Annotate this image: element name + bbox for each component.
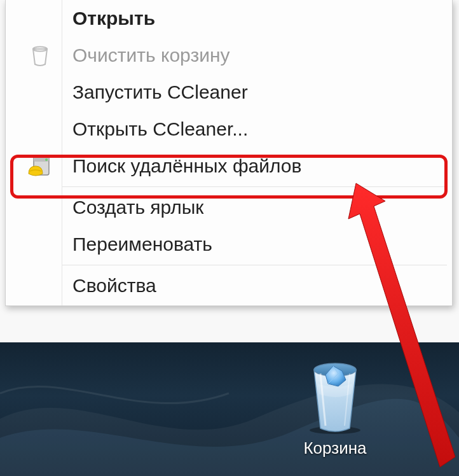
menu-item-properties[interactable]: Свойства	[6, 267, 452, 304]
menu-item-label: Открыть	[72, 8, 155, 29]
desktop-icon-recycle-bin[interactable]: Корзина	[281, 352, 389, 458]
menu-item-label: Свойства	[72, 275, 156, 297]
menu-item-label: Поиск удалённых файлов	[72, 155, 301, 177]
recycle-bin-icon	[24, 39, 57, 72]
svg-point-5	[45, 158, 48, 161]
menu-item-open[interactable]: Открыть	[6, 0, 452, 37]
menu-item-empty-recycle-bin[interactable]: Очистить корзину	[6, 37, 452, 74]
context-menu: Открыть Очистить корзину Запустить CClea…	[5, 0, 453, 306]
menu-item-label: Переименовать	[72, 234, 212, 255]
recycle-bin-icon	[300, 352, 370, 435]
menu-item-search-deleted-files[interactable]: Поиск удалённых файлов	[6, 148, 452, 185]
menu-separator	[62, 265, 447, 265]
menu-item-create-shortcut[interactable]: Создать ярлык	[6, 189, 452, 226]
desktop-background: Корзина	[0, 342, 459, 476]
recycle-bin-label: Корзина	[281, 438, 389, 458]
menu-item-rename[interactable]: Переименовать	[6, 226, 452, 263]
desktop-wave-decoration	[0, 342, 459, 476]
menu-item-open-ccleaner[interactable]: Открыть CCleaner...	[6, 111, 452, 148]
menu-item-label: Создать ярлык	[72, 197, 203, 218]
recuva-icon	[24, 150, 57, 183]
menu-item-run-ccleaner[interactable]: Запустить CCleaner	[6, 74, 452, 111]
menu-separator	[62, 186, 447, 187]
menu-item-label: Очистить корзину	[72, 45, 230, 66]
menu-item-label: Открыть CCleaner...	[72, 118, 248, 140]
screenshot-stage: Корзина Открыть Очистить корзину Запусти…	[0, 0, 459, 476]
menu-item-label: Запустить CCleaner	[72, 81, 248, 103]
